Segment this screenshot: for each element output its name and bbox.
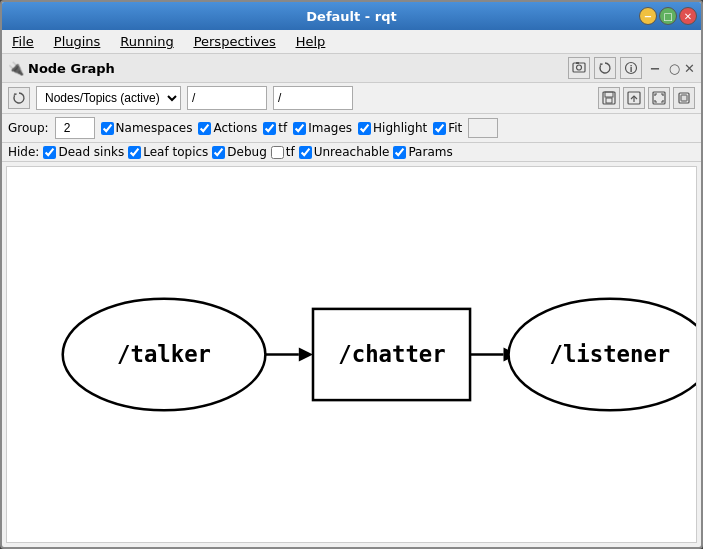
- leaf-topics-text: Leaf topics: [143, 145, 208, 159]
- color-swatch[interactable]: [468, 118, 498, 138]
- export-button[interactable]: [623, 87, 645, 109]
- svg-rect-6: [605, 92, 613, 97]
- menu-perspectives-label: Perspectives: [194, 34, 276, 49]
- group-input[interactable]: [55, 117, 95, 139]
- menu-file[interactable]: File: [6, 32, 40, 51]
- titlebar: Default - rqt − □ ✕: [2, 2, 701, 30]
- actions-checkbox[interactable]: [198, 122, 211, 135]
- images-label: Images: [308, 121, 352, 135]
- save-button[interactable]: [598, 87, 620, 109]
- window-title: Default - rqt: [306, 9, 396, 24]
- toolbar-row-1: Nodes/Topics (active) Nodes only Topics …: [2, 83, 701, 114]
- panel-header-icons: i − ○ ✕: [568, 57, 695, 79]
- panel-close[interactable]: ✕: [684, 61, 695, 76]
- zoom-fit-button[interactable]: [648, 87, 670, 109]
- unreachable-checkbox[interactable]: [299, 146, 312, 159]
- main-window: Default - rqt − □ ✕ File Plugins Running…: [0, 0, 703, 549]
- fit-checkbox-label[interactable]: Fit: [433, 121, 462, 135]
- unreachable-label[interactable]: Unreachable: [299, 145, 390, 159]
- svg-text:/listener: /listener: [550, 341, 671, 367]
- actions-checkbox-label[interactable]: Actions: [198, 121, 257, 135]
- svg-text:/chatter: /chatter: [338, 341, 445, 367]
- refresh-button[interactable]: [594, 57, 616, 79]
- unreachable-text: Unreachable: [314, 145, 390, 159]
- svg-rect-0: [573, 63, 585, 72]
- debug-text: Debug: [227, 145, 266, 159]
- leaf-topics-label[interactable]: Leaf topics: [128, 145, 208, 159]
- highlight-checkbox[interactable]: [358, 122, 371, 135]
- params-label[interactable]: Params: [393, 145, 452, 159]
- menu-plugins[interactable]: Plugins: [48, 32, 107, 51]
- close-button[interactable]: ✕: [679, 7, 697, 25]
- debug-checkbox[interactable]: [212, 146, 225, 159]
- namespaces-checkbox-label[interactable]: Namespaces: [101, 121, 193, 135]
- tf-toolbar-label: tf: [278, 121, 287, 135]
- svg-text:i: i: [629, 65, 632, 74]
- menu-file-label: File: [12, 34, 34, 49]
- info-button[interactable]: i: [620, 57, 642, 79]
- menu-plugins-label: Plugins: [54, 34, 101, 49]
- namespaces-checkbox[interactable]: [101, 122, 114, 135]
- menu-help-label: Help: [296, 34, 326, 49]
- highlight-label: Highlight: [373, 121, 427, 135]
- tf-toolbar-checkbox[interactable]: [263, 122, 276, 135]
- view-mode-dropdown[interactable]: Nodes/Topics (active) Nodes only Topics …: [36, 86, 181, 110]
- fit-checkbox[interactable]: [433, 122, 446, 135]
- svg-text:/talker: /talker: [117, 341, 211, 367]
- menu-running-label: Running: [120, 34, 173, 49]
- tf-hide-checkbox[interactable]: [271, 146, 284, 159]
- sync-button[interactable]: [8, 87, 30, 109]
- panel-title: Node Graph: [28, 61, 115, 76]
- images-checkbox[interactable]: [293, 122, 306, 135]
- svg-rect-12: [681, 95, 687, 101]
- undock-label[interactable]: ○: [669, 61, 680, 76]
- tf-hide-label[interactable]: tf: [271, 145, 295, 159]
- menubar: File Plugins Running Perspectives Help: [2, 30, 701, 54]
- filter-input-1[interactable]: [187, 86, 267, 110]
- dead-sinks-text: Dead sinks: [58, 145, 124, 159]
- images-checkbox-label[interactable]: Images: [293, 121, 352, 135]
- debug-label[interactable]: Debug: [212, 145, 266, 159]
- highlight-checkbox-label[interactable]: Highlight: [358, 121, 427, 135]
- svg-point-1: [576, 65, 581, 70]
- menu-perspectives[interactable]: Perspectives: [188, 32, 282, 51]
- minimize-button[interactable]: −: [639, 7, 657, 25]
- params-checkbox[interactable]: [393, 146, 406, 159]
- svg-marker-16: [299, 347, 313, 361]
- panel-header: 🔌 Node Graph i − ○ ✕: [2, 54, 701, 83]
- titlebar-controls: − □ ✕: [639, 7, 697, 25]
- actions-label: Actions: [213, 121, 257, 135]
- group-label: Group:: [8, 121, 49, 135]
- dead-sinks-label[interactable]: Dead sinks: [43, 145, 124, 159]
- maximize-button[interactable]: □: [659, 7, 677, 25]
- svg-rect-7: [606, 98, 612, 103]
- hide-label: Hide:: [8, 145, 39, 159]
- hide-row: Hide: Dead sinks Leaf topics Debug tf Un…: [2, 143, 701, 162]
- graph-svg: /talker /chatter /listener: [7, 167, 696, 542]
- group-text: Group:: [8, 121, 49, 135]
- tf-hide-text: tf: [286, 145, 295, 159]
- namespaces-label: Namespaces: [116, 121, 193, 135]
- fit-label: Fit: [448, 121, 462, 135]
- tf-toolbar-checkbox-label[interactable]: tf: [263, 121, 287, 135]
- menu-help[interactable]: Help: [290, 32, 332, 51]
- svg-rect-2: [576, 62, 579, 64]
- screenshot-button[interactable]: [568, 57, 590, 79]
- fullscreen-button[interactable]: [673, 87, 695, 109]
- filter-row: Group: Namespaces Actions tf Images High…: [2, 114, 701, 143]
- leaf-topics-checkbox[interactable]: [128, 146, 141, 159]
- dead-sinks-checkbox[interactable]: [43, 146, 56, 159]
- graph-canvas[interactable]: /talker /chatter /listener: [6, 166, 697, 543]
- dash-label: −: [650, 61, 661, 76]
- plugin-icon: 🔌: [8, 61, 24, 76]
- filter-input-2[interactable]: [273, 86, 353, 110]
- params-text: Params: [408, 145, 452, 159]
- menu-running[interactable]: Running: [114, 32, 179, 51]
